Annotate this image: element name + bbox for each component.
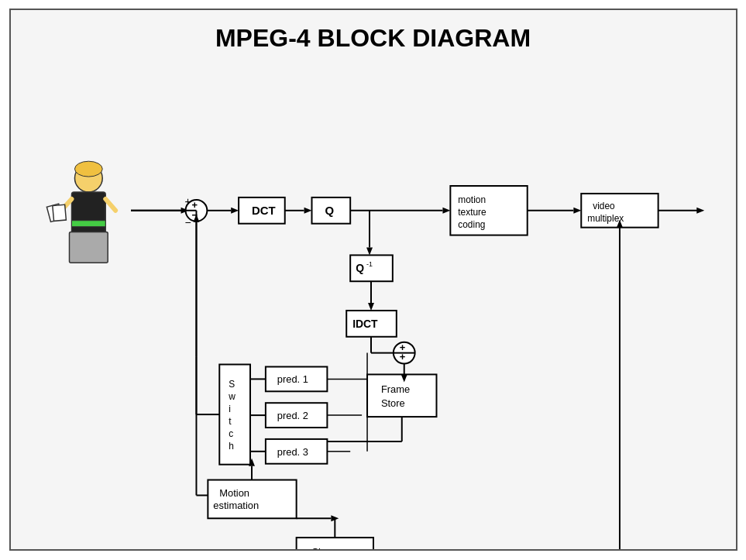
svg-marker-43	[368, 303, 374, 311]
svg-line-6	[105, 199, 115, 211]
svg-text:coding: coding	[458, 219, 485, 230]
svg-marker-36	[696, 208, 704, 214]
svg-marker-17	[231, 208, 239, 214]
outer-border: MPEG-4 BLOCK DIAGRAM +	[9, 9, 737, 551]
svg-text:-1: -1	[366, 260, 373, 268]
page-title: MPEG-4 BLOCK DIAGRAM	[11, 10, 736, 60]
svg-marker-25	[442, 208, 450, 214]
svg-text:Shape: Shape	[311, 546, 340, 549]
diagram-area: + − + − DCT Q motion texture	[11, 64, 736, 549]
svg-text:DCT: DCT	[252, 204, 276, 217]
svg-rect-2	[71, 192, 105, 235]
svg-text:multiplex: multiplex	[587, 213, 624, 224]
svg-text:Q: Q	[325, 204, 334, 217]
svg-text:IDCT: IDCT	[352, 318, 378, 330]
svg-text:c: c	[229, 428, 233, 439]
svg-text:w: w	[228, 391, 235, 402]
svg-text:estimation: estimation	[213, 500, 259, 511]
svg-text:Q: Q	[356, 262, 364, 274]
svg-point-1	[74, 161, 102, 177]
svg-text:h: h	[229, 441, 234, 452]
svg-text:motion: motion	[458, 194, 486, 205]
svg-text:pred. 1: pred. 1	[277, 373, 308, 385]
svg-text:texture: texture	[458, 207, 486, 218]
svg-text:video: video	[593, 201, 615, 211]
svg-marker-38	[366, 247, 373, 255]
svg-text:pred. 2: pred. 2	[277, 410, 308, 421]
svg-marker-31	[573, 208, 581, 214]
svg-text:pred. 3: pred. 3	[277, 446, 308, 458]
svg-text:i: i	[229, 404, 231, 414]
svg-marker-21	[304, 208, 311, 214]
svg-text:Store: Store	[380, 397, 404, 409]
svg-rect-4	[69, 232, 108, 263]
svg-rect-51	[367, 374, 436, 417]
svg-text:S: S	[229, 379, 235, 390]
block-diagram-svg: + − + − DCT Q motion texture	[11, 64, 736, 549]
svg-text:Motion: Motion	[219, 487, 249, 499]
svg-text:Frame: Frame	[380, 383, 409, 395]
svg-rect-3	[71, 221, 105, 227]
svg-rect-8	[52, 204, 66, 221]
